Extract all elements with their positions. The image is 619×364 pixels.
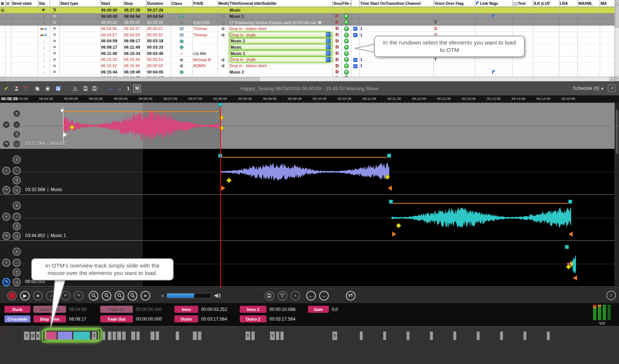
column-header[interactable]: Duration (146, 0, 171, 7)
column-header[interactable]: File s (341, 0, 351, 7)
rundown-row[interactable]: ↓≋06:15:4406:19:4900:04:05Music 2D? (0, 69, 615, 75)
overview-tile[interactable] (523, 331, 527, 340)
rundown-hscrollbar[interactable]: ◄ ► (0, 77, 615, 81)
column-header[interactable]: Title/General title/Subtitle (229, 0, 333, 7)
overview-tile[interactable] (276, 331, 279, 340)
overview-tile[interactable] (500, 331, 503, 340)
open-external-icon[interactable]: ↗ (608, 85, 615, 92)
volume-envelope-line[interactable] (392, 203, 571, 204)
save-mix-button[interactable] (265, 291, 274, 301)
column-header[interactable]: Text (512, 0, 533, 7)
track-options-button[interactable]: ≡ (13, 109, 21, 118)
column-header[interactable]: Link flags (475, 0, 512, 7)
tracks-vscrollbar[interactable] (615, 103, 619, 288)
record-button[interactable] (7, 291, 17, 301)
column-header[interactable]: Class (171, 0, 192, 7)
overview-tile[interactable]: T (332, 331, 337, 340)
schedule-dropdown[interactable]: Schedule (0) ▾ (573, 86, 603, 91)
playhead[interactable] (220, 103, 221, 288)
zoom-selection-button[interactable]: 1 (115, 291, 124, 301)
intro-2-button[interactable]: Intro 2 (240, 306, 266, 313)
column-header[interactable] (50, 0, 59, 7)
page-number[interactable]: 1 (127, 86, 130, 91)
overview-tile[interactable]: O (30, 331, 35, 340)
previous-element-button[interactable]: ← (306, 291, 316, 301)
fade-out-marker[interactable] (385, 186, 392, 191)
expand-tracks-button[interactable]: » (141, 291, 150, 301)
fade-out-marker[interactable] (566, 232, 573, 237)
load-icon[interactable] (71, 84, 79, 93)
overview-tile[interactable] (453, 331, 456, 340)
rundown-row[interactable]: ≣≋06:04:5606:04:5700:00:01ThomasDrop in … (0, 26, 615, 32)
track-loop-button[interactable]: ∪ (13, 278, 21, 286)
overview-tile[interactable] (102, 331, 105, 340)
fade-out-marker[interactable] (570, 275, 577, 281)
scroll-left-arrow[interactable]: ◄ (0, 77, 5, 81)
overview-tile[interactable] (198, 331, 202, 340)
track-loop-button[interactable]: ∪ (13, 232, 21, 240)
paste-icon[interactable] (43, 84, 52, 93)
track-delete-button[interactable] (13, 268, 21, 276)
column-header[interactable]: ILK (LUF (533, 0, 559, 7)
column-header[interactable]: Start type (59, 0, 100, 7)
gain-button[interactable]: Gain (308, 306, 329, 313)
track-options-button[interactable]: ≡ (13, 247, 21, 256)
rundown-row[interactable]: ↓≋06:04:3206:05:0200:00:30B1ES70017 Posi… (0, 19, 615, 26)
track-delete-button[interactable] (13, 130, 21, 138)
overview-tile[interactable] (251, 331, 255, 340)
overview-tile[interactable]: T (245, 331, 250, 340)
clip-edge-handle[interactable] (387, 154, 391, 158)
volume-slider[interactable] (167, 293, 211, 298)
track-delete-button[interactable] (13, 176, 21, 184)
stop-time-button[interactable]: Stop Time (33, 315, 66, 322)
track-zoom-in-button[interactable]: + (2, 259, 10, 267)
column-header[interactable]: Voice Over Flag (433, 0, 475, 7)
copy-icon[interactable] (33, 84, 42, 93)
column-header[interactable]: P/A/E (192, 0, 217, 7)
track-zoom-out-button[interactable]: − (13, 259, 21, 267)
overview-tile[interactable] (280, 331, 284, 340)
overview-element-tile[interactable] (58, 331, 72, 340)
info-button[interactable]: i (606, 291, 616, 300)
zoom-in-button[interactable]: + (89, 291, 98, 301)
audio-clip[interactable] (392, 195, 571, 241)
fade-out-button[interactable]: Fade Out (100, 315, 133, 322)
overview-tile[interactable] (155, 331, 159, 340)
overview-element-tile[interactable] (44, 331, 57, 340)
overview-tile[interactable] (136, 331, 140, 340)
undo-button[interactable]: ↶ (61, 291, 71, 301)
previous-page-button[interactable]: ← (107, 85, 115, 92)
fade-in-marker[interactable] (392, 232, 399, 237)
track-zoom-in-button[interactable]: + (2, 121, 10, 129)
column-header[interactable]: Start (100, 0, 123, 7)
overview-tile[interactable] (476, 331, 480, 340)
overview-tile[interactable] (383, 331, 386, 340)
start-marker[interactable] (63, 132, 69, 137)
overview-tile[interactable] (150, 331, 155, 340)
track-zoom-in-button[interactable]: + (2, 213, 10, 221)
volume-envelope-line[interactable] (221, 157, 390, 158)
start-time-button[interactable]: Start Time (33, 306, 66, 313)
audio-clip[interactable] (221, 149, 390, 195)
outro-2-button[interactable]: Outro 2 (240, 315, 266, 322)
overview-tile[interactable] (112, 331, 116, 340)
overview-tile[interactable] (108, 331, 112, 340)
track-options-button[interactable]: ≡ (13, 155, 21, 164)
save-icon[interactable] (81, 84, 90, 93)
edit-pencil-icon[interactable] (1, 84, 10, 93)
column-header[interactable]: ⊞ (0, 0, 5, 7)
column-header[interactable]: MAXML (577, 0, 600, 7)
audio-clip[interactable] (63, 103, 219, 149)
collapse-strip-button[interactable]: ▾ (1, 329, 4, 334)
timeline-ruler[interactable]: 06:08:15 06:04:0906:04:3906:05:0906:05:3… (0, 95, 619, 103)
column-header[interactable]: Sta (38, 0, 50, 7)
track-zoom-out-button[interactable]: − (13, 121, 21, 129)
column-header[interactable]: Send state (11, 0, 38, 7)
clip-edge-handle[interactable] (568, 200, 572, 204)
crossfade-button[interactable]: Crossfade (4, 315, 30, 322)
rundown-vscrollbar[interactable]: ▲ ▼ (615, 0, 619, 81)
track-fade-button[interactable]: ↷ (2, 186, 10, 194)
overview-tile[interactable] (406, 331, 410, 340)
column-header[interactable]: Sour (333, 0, 341, 7)
overview-tile[interactable]: T (270, 331, 275, 340)
